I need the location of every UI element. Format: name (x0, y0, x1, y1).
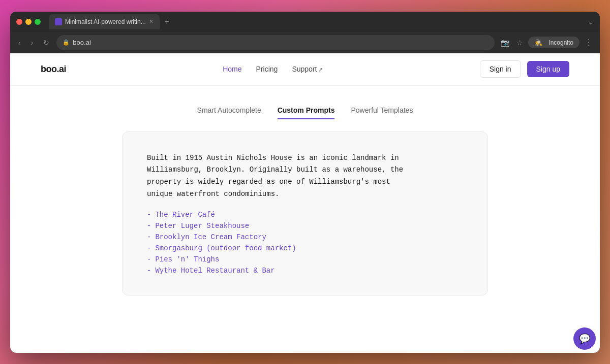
incognito-badge: 🕵 Incognito (528, 37, 580, 48)
nav-actions: Sign in Sign up (480, 60, 569, 78)
incognito-icon: 🕵 (532, 38, 544, 47)
site-nav: boo.ai Home Pricing Support Sign in Sign… (10, 53, 600, 86)
tab-smart-autocomplete[interactable]: Smart Autocomplete (197, 106, 261, 119)
traffic-light-yellow[interactable] (25, 19, 32, 25)
list-item: Peter Luger Steakhouse (147, 222, 463, 230)
bookmark-icon[interactable]: ☆ (514, 38, 525, 48)
tab-custom-prompts[interactable]: Custom Prompts (278, 106, 335, 119)
chat-bubble-button[interactable]: 💬 (573, 327, 596, 350)
more-menu-button[interactable]: ⋮ (583, 37, 595, 48)
camera-off-icon[interactable]: 📷 (499, 38, 511, 48)
incognito-label: Incognito (546, 38, 575, 47)
traffic-light-red[interactable] (16, 19, 22, 25)
browser-tab[interactable]: Minimalist AI-powered writin... ✕ (49, 14, 160, 29)
browser-titlebar: Minimalist AI-powered writin... ✕ + ⌄ (10, 12, 600, 32)
tab-close-button[interactable]: ✕ (149, 18, 154, 25)
new-tab-button[interactable]: + (162, 16, 172, 27)
browser-toolbar: ‹ › ↻ 🔒 boo.ai 📷 ☆ 🕵 Incognito ⋮ (10, 32, 600, 53)
list-item: Brooklyn Ice Cream Factory (147, 233, 463, 241)
nav-link-support[interactable]: Support (292, 65, 323, 73)
nav-link-home[interactable]: Home (223, 65, 241, 73)
tab-powerful-templates[interactable]: Powerful Templates (351, 106, 413, 119)
reload-button[interactable]: ↻ (40, 37, 52, 49)
list-item: Pies 'n' Thighs (147, 255, 463, 263)
traffic-lights (16, 19, 41, 25)
tab-favicon (55, 18, 62, 25)
site-logo[interactable]: boo.ai (41, 64, 66, 75)
chat-icon: 💬 (579, 333, 590, 344)
list-item: The River Café (147, 211, 463, 219)
nav-links: Home Pricing Support (223, 65, 323, 73)
nav-link-pricing[interactable]: Pricing (256, 65, 278, 73)
list-item: Smorgasburg (outdoor food market) (147, 244, 463, 252)
window-controls[interactable]: ⌄ (588, 18, 594, 26)
list-item: Wythe Hotel Restaurant & Bar (147, 267, 463, 275)
card-paragraph: Built in 1915 Austin Nichols House is an… (147, 152, 463, 201)
signin-button[interactable]: Sign in (480, 60, 521, 78)
back-button[interactable]: ‹ (15, 37, 24, 49)
card-list: The River Café Peter Luger Steakhouse Br… (147, 211, 463, 275)
tab-title: Minimalist AI-powered writin... (65, 18, 146, 25)
content-card: Built in 1915 Austin Nichols House is an… (122, 131, 488, 295)
forward-button[interactable]: › (28, 37, 37, 49)
toolbar-actions: 📷 ☆ 🕵 Incognito ⋮ (499, 37, 595, 48)
signup-button[interactable]: Sign up (527, 61, 569, 77)
traffic-light-green[interactable] (35, 19, 41, 25)
address-bar[interactable]: 🔒 boo.ai (56, 35, 495, 50)
tab-bar: Minimalist AI-powered writin... ✕ + (49, 14, 584, 29)
lock-icon: 🔒 (63, 39, 70, 46)
page-content: boo.ai Home Pricing Support Sign in Sign… (10, 53, 600, 353)
feature-tabs: Smart Autocomplete Custom Prompts Powerf… (197, 106, 413, 119)
browser-window: Minimalist AI-powered writin... ✕ + ⌄ ‹ … (10, 12, 600, 353)
address-text: boo.ai (73, 39, 90, 46)
main-content: Smart Autocomplete Custom Prompts Powerf… (10, 86, 600, 316)
